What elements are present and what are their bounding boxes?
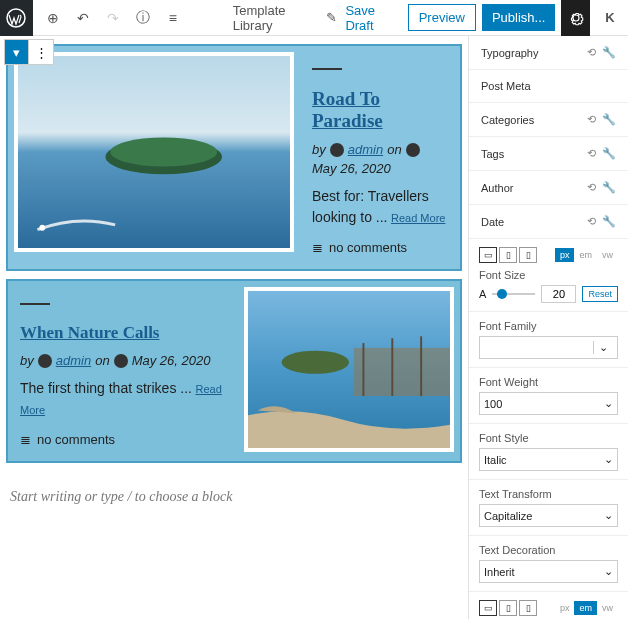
block-more-icon[interactable]: ⋮ (29, 40, 53, 64)
section-author[interactable]: Author ⟲🔧 (469, 171, 628, 205)
svg-point-6 (282, 351, 349, 374)
svg-point-3 (110, 137, 217, 166)
font-size-label: Font Size (479, 269, 618, 281)
block-toolbar: ▾ ⋮ (4, 39, 54, 65)
device-mobile[interactable]: ▯ (519, 247, 537, 263)
wrench-icon[interactable]: 🔧 (602, 181, 616, 194)
post-comments[interactable]: ≣ no comments (312, 240, 448, 255)
refresh-icon[interactable]: ⟲ (587, 113, 596, 126)
block-placeholder[interactable]: Start writing or type / to choose a bloc… (0, 471, 468, 523)
main-area: ▾ ⋮ Road To Paradise by (0, 36, 628, 619)
post-author[interactable]: admin (56, 353, 91, 368)
refresh-icon[interactable]: ⟲ (587, 46, 596, 59)
avatar-icon (38, 354, 52, 368)
font-size-reset[interactable]: Reset (582, 286, 618, 302)
refresh-icon[interactable]: ⟲ (587, 181, 596, 194)
section-post-meta[interactable]: Post Meta (469, 70, 628, 103)
line-height-panel: ▭ ▯ ▯ px em vw Line Height A Reset (469, 592, 628, 619)
post-divider (20, 303, 50, 305)
posts-block[interactable]: Road To Paradise by admin on May 26, 202… (6, 44, 462, 271)
svg-rect-7 (354, 348, 450, 396)
post-divider (312, 68, 342, 70)
post-title[interactable]: When Nature Calls (20, 323, 226, 343)
unit-vw[interactable]: vw (597, 601, 618, 615)
wordpress-logo[interactable] (0, 0, 33, 36)
post-comments[interactable]: ≣ no comments (20, 432, 226, 447)
kadence-icon[interactable]: K (596, 0, 624, 36)
device-desktop[interactable]: ▭ (479, 247, 497, 263)
title-text: Template Library (233, 3, 319, 33)
text-decoration-panel: Text Decoration Inherit⌄ (469, 536, 628, 592)
toolbar-right: Save Draft Preview Publish... K (337, 0, 628, 39)
comments-icon: ≣ (20, 432, 31, 447)
chevron-down-icon[interactable]: ⌄ (593, 341, 613, 354)
wrench-icon[interactable]: 🔧 (602, 46, 616, 59)
font-style-label: Font Style (479, 432, 618, 444)
unit-vw[interactable]: vw (597, 248, 618, 262)
font-weight-select[interactable]: 100⌄ (479, 392, 618, 415)
text-decoration-select[interactable]: Inherit⌄ (479, 560, 618, 583)
settings-icon[interactable] (561, 0, 589, 36)
font-size-input[interactable] (541, 285, 576, 303)
section-tags[interactable]: Tags ⟲🔧 (469, 137, 628, 171)
section-date[interactable]: Date ⟲🔧 (469, 205, 628, 239)
font-family-select[interactable]: ⌄ (479, 336, 618, 359)
chevron-down-icon: ⌄ (604, 565, 613, 578)
meta-on: on (387, 142, 401, 157)
preview-button[interactable]: Preview (408, 4, 476, 31)
font-weight-label: Font Weight (479, 376, 618, 388)
post-date: May 26, 2020 (132, 353, 211, 368)
editor-canvas[interactable]: ▾ ⋮ Road To Paradise by (0, 36, 468, 619)
post-title[interactable]: Road To Paradise (312, 88, 448, 132)
calendar-icon (406, 143, 420, 157)
font-style-panel: Font Style Italic⌄ (469, 424, 628, 480)
post-author[interactable]: admin (348, 142, 383, 157)
info-icon[interactable]: ⓘ (131, 6, 155, 30)
svg-point-4 (39, 225, 45, 231)
unit-px[interactable]: px (555, 601, 575, 615)
post-featured-image[interactable] (14, 52, 294, 252)
font-family-panel: Font Family ⌄ (469, 312, 628, 368)
post-meta: by admin on May 26, 2020 (312, 142, 448, 176)
wrench-icon[interactable]: 🔧 (602, 147, 616, 160)
font-size-letter-icon: A (479, 288, 486, 300)
text-transform-select[interactable]: Capitalize⌄ (479, 504, 618, 527)
refresh-icon[interactable]: ⟲ (587, 215, 596, 228)
unit-px[interactable]: px (555, 248, 575, 262)
font-weight-panel: Font Weight 100⌄ (469, 368, 628, 424)
font-size-panel: ▭ ▯ ▯ px em vw Font Size A Reset (469, 239, 628, 312)
add-block-icon[interactable]: ⊕ (41, 6, 65, 30)
refresh-icon[interactable]: ⟲ (587, 147, 596, 160)
edit-title-icon[interactable]: ✎ (326, 10, 337, 25)
outline-icon[interactable]: ≡ (161, 6, 185, 30)
post-card: When Nature Calls by admin on May 26, 20… (8, 281, 460, 461)
posts-block[interactable]: When Nature Calls by admin on May 26, 20… (6, 279, 462, 463)
toolbar-left-icons: ⊕ ↶ ↷ ⓘ ≡ (33, 6, 193, 30)
device-desktop[interactable]: ▭ (479, 600, 497, 616)
font-family-label: Font Family (479, 320, 618, 332)
post-content: When Nature Calls by admin on May 26, 20… (8, 281, 238, 461)
wrench-icon[interactable]: 🔧 (602, 113, 616, 126)
read-more-link[interactable]: Read More (391, 212, 445, 224)
section-categories[interactable]: Categories ⟲🔧 (469, 103, 628, 137)
device-mobile[interactable]: ▯ (519, 600, 537, 616)
post-content: Road To Paradise by admin on May 26, 202… (300, 46, 460, 269)
comments-icon: ≣ (312, 240, 323, 255)
post-featured-image[interactable] (244, 287, 454, 452)
post-meta: by admin on May 26, 2020 (20, 353, 226, 368)
publish-button[interactable]: Publish... (482, 4, 555, 31)
section-typography[interactable]: Typography ⟲🔧 (469, 36, 628, 70)
block-type-icon[interactable]: ▾ (5, 40, 29, 64)
device-tablet[interactable]: ▯ (499, 600, 517, 616)
undo-icon[interactable]: ↶ (71, 6, 95, 30)
redo-icon[interactable]: ↷ (101, 6, 125, 30)
save-draft-button[interactable]: Save Draft (337, 0, 401, 39)
device-tablet[interactable]: ▯ (499, 247, 517, 263)
responsive-devices: ▭ ▯ ▯ (479, 600, 537, 616)
chevron-down-icon: ⌄ (604, 509, 613, 522)
wrench-icon[interactable]: 🔧 (602, 215, 616, 228)
unit-em[interactable]: em (574, 601, 597, 615)
font-style-select[interactable]: Italic⌄ (479, 448, 618, 471)
font-size-slider[interactable] (492, 293, 535, 295)
unit-em[interactable]: em (574, 248, 597, 262)
